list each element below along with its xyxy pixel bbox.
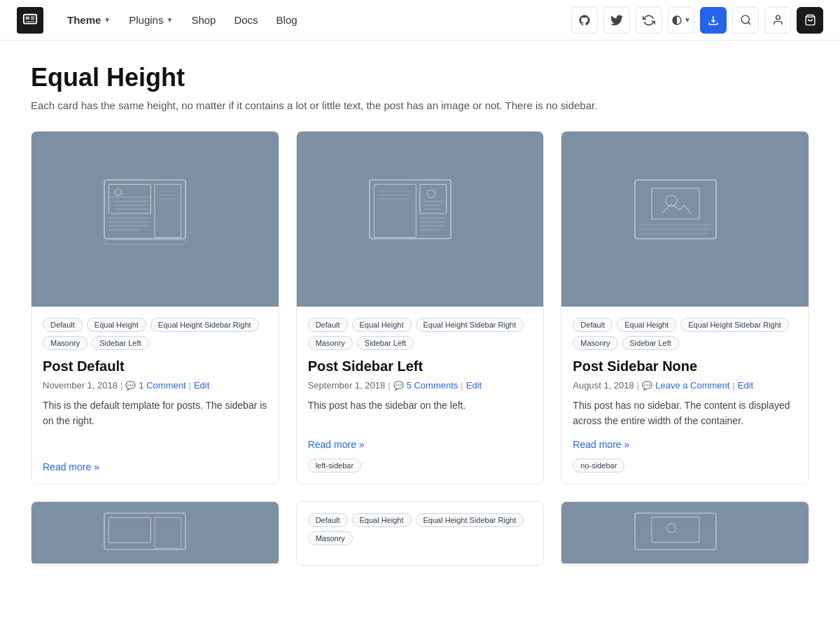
card-image-1 xyxy=(31,132,279,307)
bottom-tag-masonry[interactable]: Masonry xyxy=(308,531,353,545)
github-icon[interactable] xyxy=(571,7,598,34)
tag-masonry-2[interactable]: Masonry xyxy=(308,336,353,350)
svg-rect-44 xyxy=(104,513,186,550)
tag-sidebar-left-1[interactable]: Sidebar Left xyxy=(92,336,148,350)
edit-link-1[interactable]: Edit xyxy=(194,380,209,391)
nav-shop[interactable]: Shop xyxy=(184,10,223,30)
bottom-tag-equal-height[interactable]: Equal Height xyxy=(352,513,412,527)
card-title-2: Post Sidebar Left xyxy=(308,358,533,374)
card-meta-1: November 1, 2018 | 💬 1 Comment | Edit xyxy=(43,380,267,391)
tag-equal-height-2[interactable]: Equal Height xyxy=(352,318,412,332)
card-footer-tags-3: no-sidebar xyxy=(573,458,797,472)
footer-tag-no-sidebar[interactable]: no-sidebar xyxy=(573,458,624,472)
bottom-card-body-2: Default Equal Height Equal Height Sideba… xyxy=(297,502,544,565)
tag-masonry-1[interactable]: Masonry xyxy=(43,336,88,350)
svg-rect-46 xyxy=(155,517,181,548)
edit-link-2[interactable]: Edit xyxy=(466,380,482,391)
edit-link-3[interactable]: Edit xyxy=(738,380,753,391)
bottom-tag-eh-sidebar-right[interactable]: Equal Height Sidebar Right xyxy=(416,513,524,527)
card-title-1: Post Default xyxy=(43,358,267,374)
svg-rect-38 xyxy=(635,180,716,239)
tag-row-1: Default Equal Height Equal Height Sideba… xyxy=(43,318,267,350)
card-image-3 xyxy=(561,132,808,307)
bottom-card-image-3 xyxy=(561,502,808,564)
nav-blog[interactable]: Blog xyxy=(270,10,304,30)
page-subtitle: Each card has the same height, no matter… xyxy=(31,99,809,111)
navigation: Theme ▼ Plugins ▼ Shop Docs Blog ▼ xyxy=(0,0,840,41)
tag-default-2[interactable]: Default xyxy=(308,318,348,332)
tag-equal-height-3[interactable]: Equal Height xyxy=(617,318,676,332)
card-body-3: Default Equal Height Equal Height Sideba… xyxy=(561,307,808,484)
svg-rect-47 xyxy=(635,513,716,550)
tag-sidebar-left-3[interactable]: Sidebar Left xyxy=(622,336,679,350)
card-date-2: September 1, 2018 xyxy=(308,380,386,391)
card-image-2 xyxy=(297,132,544,307)
user-button[interactable] xyxy=(764,7,791,34)
card-meta-3: August 1, 2018 | 💬 Leave a Comment | Edi… xyxy=(573,380,797,391)
plugins-dropdown-caret: ▼ xyxy=(166,16,173,24)
bottom-card-grid: Default Equal Height Equal Height Sideba… xyxy=(31,501,809,566)
svg-point-26 xyxy=(427,190,435,197)
post-card-3: Default Equal Height Equal Height Sideba… xyxy=(561,131,809,484)
main-content: Equal Height Each card has the same heig… xyxy=(14,41,826,588)
card-grid: Default Equal Height Equal Height Sideba… xyxy=(31,131,809,484)
tag-eh-sidebar-right-1[interactable]: Equal Height Sidebar Right xyxy=(150,318,259,332)
svg-rect-30 xyxy=(374,184,416,237)
bottom-tag-default[interactable]: Default xyxy=(308,513,348,527)
read-more-3[interactable]: Read more » xyxy=(573,439,797,450)
read-more-2[interactable]: Read more » xyxy=(308,439,533,450)
svg-point-6 xyxy=(776,15,780,20)
post-card-1: Default Equal Height Equal Height Sideba… xyxy=(31,131,279,484)
tag-masonry-3[interactable]: Masonry xyxy=(573,336,617,350)
post-card-2: Default Equal Height Equal Height Sideba… xyxy=(296,131,545,484)
svg-point-5 xyxy=(741,15,749,23)
card-excerpt-3: This post has no sidebar. The content is… xyxy=(573,398,797,429)
tag-sidebar-left-2[interactable]: Sidebar Left xyxy=(357,336,414,350)
svg-point-11 xyxy=(115,189,122,196)
tag-eh-sidebar-right-3[interactable]: Equal Height Sidebar Right xyxy=(680,318,789,332)
bottom-card-3 xyxy=(561,501,809,566)
bottom-card-1 xyxy=(31,501,279,566)
svg-rect-1 xyxy=(26,16,30,20)
theme-toggle-button[interactable]: ▼ xyxy=(668,7,694,34)
nav-icon-group: ▼ xyxy=(571,7,823,34)
card-footer-tags-2: left-sidebar xyxy=(308,458,533,472)
comment-link-1[interactable]: 1 Comment xyxy=(139,380,186,391)
read-more-1[interactable]: Read more » xyxy=(43,461,267,472)
comment-link-3[interactable]: Leave a Comment xyxy=(655,380,729,391)
download-button[interactable] xyxy=(700,7,727,34)
cart-button[interactable] xyxy=(797,7,823,34)
card-date-1: November 1, 2018 xyxy=(43,380,118,391)
bottom-card-image-1 xyxy=(31,502,279,564)
card-body-1: Default Equal Height Equal Height Sideba… xyxy=(31,307,279,484)
bottom-card-2: Default Equal Height Equal Height Sideba… xyxy=(296,501,545,566)
svg-point-49 xyxy=(666,524,676,533)
tag-eh-sidebar-right-2[interactable]: Equal Height Sidebar Right xyxy=(416,318,524,332)
bottom-tag-row-2: Default Equal Height Equal Height Sideba… xyxy=(308,513,533,545)
search-button[interactable] xyxy=(732,7,759,34)
card-body-2: Default Equal Height Equal Height Sideba… xyxy=(297,307,544,484)
footer-tag-left-sidebar[interactable]: left-sidebar xyxy=(308,458,361,472)
card-date-3: August 1, 2018 xyxy=(573,380,634,391)
tag-equal-height-1[interactable]: Equal Height xyxy=(87,318,146,332)
card-excerpt-1: This is the default template for posts. … xyxy=(43,398,267,451)
card-excerpt-2: This post has the sidebar on the left. xyxy=(308,398,533,429)
svg-rect-45 xyxy=(109,517,151,542)
tag-default-3[interactable]: Default xyxy=(573,318,612,332)
twitter-icon[interactable] xyxy=(603,7,630,34)
page-title: Equal Height xyxy=(31,63,809,92)
comment-link-2[interactable]: 5 Comments xyxy=(407,380,458,391)
site-logo[interactable] xyxy=(17,7,43,34)
nav-plugins[interactable]: Plugins ▼ xyxy=(122,10,180,30)
tag-row-2: Default Equal Height Equal Height Sideba… xyxy=(308,318,533,350)
refresh-icon[interactable] xyxy=(636,7,662,34)
comment-icon-1: 💬 xyxy=(125,381,136,391)
svg-rect-23 xyxy=(104,240,186,244)
comment-icon-3: 💬 xyxy=(642,381,652,391)
nav-docs[interactable]: Docs xyxy=(227,10,265,30)
tag-default-1[interactable]: Default xyxy=(43,318,83,332)
nav-theme[interactable]: Theme ▼ xyxy=(60,10,118,30)
tag-row-3: Default Equal Height Equal Height Sideba… xyxy=(573,318,797,350)
card-meta-2: September 1, 2018 | 💬 5 Comments | Edit xyxy=(308,380,533,391)
theme-dropdown-caret: ▼ xyxy=(104,16,111,24)
